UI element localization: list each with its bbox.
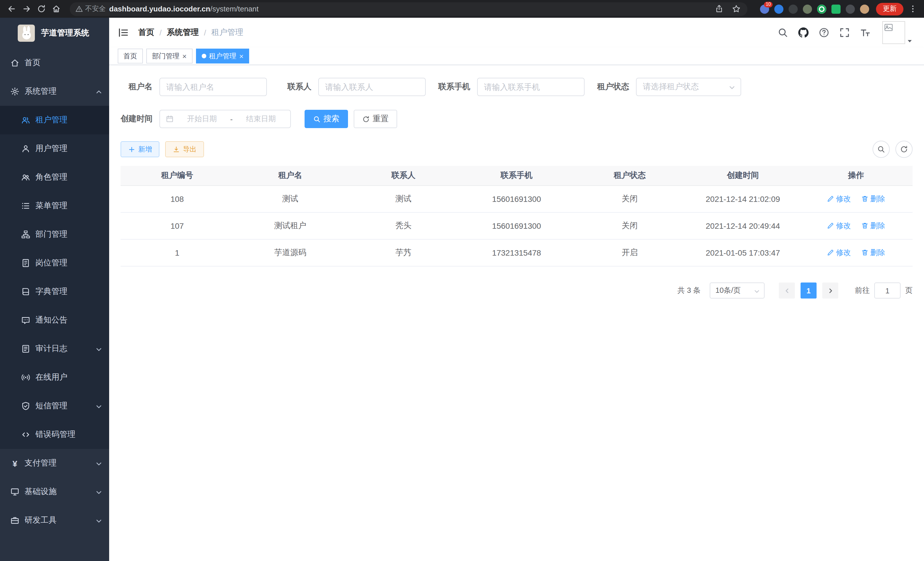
reset-button[interactable]: 重置	[354, 110, 397, 128]
extension-icon-3[interactable]	[789, 4, 798, 14]
breadcrumb-separator: /	[204, 28, 206, 37]
sidebar-item-role[interactable]: 角色管理	[0, 163, 109, 192]
bookmark-star-icon[interactable]	[730, 3, 742, 15]
sidebar-item-home[interactable]: 首页	[0, 49, 109, 77]
edit-link[interactable]: 修改	[827, 194, 851, 204]
browser-chrome: 不安全 dashboard.yudao.iocoder.cn/system/te…	[0, 0, 924, 18]
sidebar-item-dept[interactable]: 部门管理	[0, 220, 109, 249]
tenant-table: 租户编号 租户名 联系人 联系手机 租户状态 创建时间 操作 108 测试	[121, 166, 913, 266]
export-button[interactable]: 导出	[165, 141, 204, 157]
app-logo[interactable]: 芋道管理系统	[0, 18, 109, 49]
fullscreen-icon[interactable]	[839, 27, 850, 38]
browser-update-button[interactable]: 更新	[876, 3, 903, 15]
tab-label: 租户管理	[209, 51, 236, 61]
column-header-phone: 联系手机	[460, 166, 573, 186]
sidebar-item-post[interactable]: 岗位管理	[0, 249, 109, 277]
sidebar-item-label: 部门管理	[35, 229, 68, 240]
tab-dept[interactable]: 部门管理 ×	[146, 49, 192, 63]
sidebar-item-errorcode[interactable]: 错误码管理	[0, 420, 109, 449]
sidebar-item-audit-log[interactable]: 审计日志	[0, 335, 109, 363]
tenant-name-input[interactable]	[159, 78, 267, 96]
sidebar-toggle-icon[interactable]	[118, 27, 129, 38]
sidebar-item-system[interactable]: 系统管理	[0, 77, 109, 106]
cell-name: 测试	[234, 186, 347, 212]
sidebar-item-menu-mgmt[interactable]: 菜单管理	[0, 192, 109, 220]
help-icon[interactable]	[818, 27, 829, 38]
extension-icon-1[interactable]: 10	[760, 4, 769, 14]
edit-icon	[827, 222, 834, 230]
edit-link[interactable]: 修改	[827, 221, 851, 231]
search-button[interactable]: 搜索	[304, 110, 348, 128]
breadcrumb-system[interactable]: 系统管理	[167, 27, 199, 38]
chevron-down-icon	[95, 403, 102, 409]
status-select[interactable]: 请选择租户状态	[636, 78, 741, 96]
tab-home[interactable]: 首页	[118, 49, 143, 63]
status-label: 租户状态	[597, 82, 629, 92]
chevron-down-icon	[95, 488, 102, 495]
reload-icon[interactable]	[35, 3, 47, 15]
profile-avatar-icon[interactable]	[860, 4, 869, 14]
toggle-search-button[interactable]	[873, 141, 890, 158]
tab-tenant[interactable]: 租户管理 ×	[196, 49, 249, 63]
delete-link[interactable]: 删除	[861, 194, 885, 204]
refresh-button[interactable]	[896, 141, 913, 158]
top-navbar: 首页 / 系统管理 / 租户管理	[109, 18, 924, 47]
github-icon[interactable]	[798, 27, 808, 38]
sidebar-item-label: 在线用户	[35, 372, 68, 383]
breadcrumb-separator: /	[159, 28, 162, 37]
date-range-picker[interactable]: 开始日期 - 结束日期	[159, 110, 291, 128]
goto-page-input[interactable]	[874, 283, 901, 299]
page-size-select[interactable]: 10条/页	[710, 283, 765, 299]
url-text: dashboard.yudao.iocoder.cn/system/tenant	[109, 5, 259, 13]
tab-close-icon[interactable]: ×	[239, 52, 243, 60]
breadcrumb-home[interactable]: 首页	[138, 27, 154, 38]
security-warning[interactable]: 不安全	[75, 4, 106, 14]
sidebar-item-payment[interactable]: ¥ 支付管理	[0, 449, 109, 478]
sidebar-item-label: 租户管理	[35, 115, 68, 125]
back-icon[interactable]	[6, 3, 17, 15]
sidebar-item-tenant[interactable]: 租户管理	[0, 106, 109, 134]
user-avatar[interactable]	[882, 21, 913, 44]
extension-icon-2[interactable]	[774, 4, 783, 14]
extension-icon-7[interactable]	[846, 4, 855, 14]
next-page-button[interactable]	[822, 283, 838, 299]
delete-link[interactable]: 删除	[861, 221, 885, 231]
cell-contact: 测试	[347, 186, 460, 212]
page-size-value: 10条/页	[716, 285, 741, 296]
edit-link[interactable]: 修改	[827, 248, 851, 258]
sms-icon	[21, 402, 30, 411]
home-nav-icon[interactable]	[50, 3, 62, 15]
prev-page-button[interactable]	[779, 283, 795, 299]
url-bar[interactable]: 不安全 dashboard.yudao.iocoder.cn/system/te…	[70, 2, 747, 16]
chevron-right-icon	[827, 287, 833, 294]
sidebar-item-notice[interactable]: 通知公告	[0, 306, 109, 335]
phone-input[interactable]	[477, 78, 585, 96]
delete-link[interactable]: 删除	[861, 248, 885, 258]
post-icon	[21, 259, 30, 268]
user-icon	[21, 144, 30, 153]
contact-input[interactable]	[318, 78, 426, 96]
tab-close-icon[interactable]: ×	[182, 52, 187, 60]
share-icon[interactable]	[713, 3, 724, 15]
sidebar-item-sms[interactable]: 短信管理	[0, 392, 109, 420]
sidebar-item-online-user[interactable]: 在线用户	[0, 363, 109, 392]
url-path: /system/tenant	[210, 5, 259, 13]
sidebar-item-label: 系统管理	[25, 86, 57, 97]
page-number-1[interactable]: 1	[801, 283, 817, 299]
extension-icon-5[interactable]	[817, 4, 826, 14]
sidebar-item-user[interactable]: 用户管理	[0, 134, 109, 163]
sidebar-menu: 首页 系统管理 租户管理 用户管理	[0, 49, 109, 561]
sidebar-item-infra[interactable]: 基础设施	[0, 478, 109, 506]
browser-menu-icon[interactable]	[907, 3, 918, 15]
extension-icon-4[interactable]	[803, 4, 812, 14]
cell-contact: 芋艿	[347, 239, 460, 266]
add-button[interactable]: 新增	[121, 141, 159, 157]
search-icon[interactable]	[777, 27, 788, 38]
online-icon	[21, 373, 30, 382]
sidebar-item-dict[interactable]: 字典管理	[0, 277, 109, 306]
font-size-icon[interactable]	[860, 27, 870, 38]
sidebar-submenu-system: 租户管理 用户管理 角色管理 菜单管理	[0, 106, 109, 449]
forward-icon[interactable]	[21, 3, 32, 15]
extension-icon-6[interactable]	[831, 4, 841, 14]
sidebar-item-devtool[interactable]: 研发工具	[0, 506, 109, 535]
